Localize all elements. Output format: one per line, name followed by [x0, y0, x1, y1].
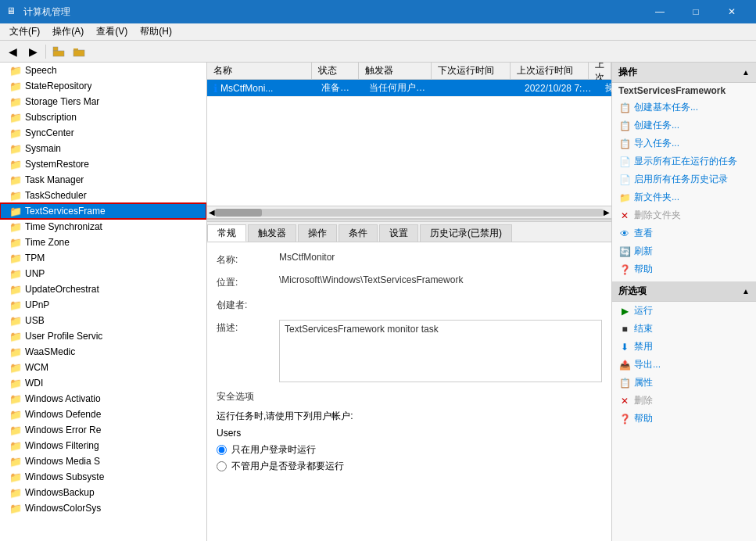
title-bar: 🖥 计算机管理 — □ ✕ — [0, 0, 756, 23]
action-help-main[interactable]: ❓ 帮助 — [612, 260, 756, 278]
actions-collapse-btn[interactable]: ▲ — [742, 68, 750, 77]
forward-button[interactable]: ▶ — [23, 43, 42, 60]
tab-triggers[interactable]: 触发器 — [248, 224, 296, 242]
tree-item-windowsbackup[interactable]: 📁 WindowsBackup — [0, 485, 206, 500]
help-sub-icon: ❓ — [618, 413, 631, 425]
radio-always[interactable] — [217, 461, 227, 471]
view-icon: 👁 — [618, 228, 631, 240]
col-last-run[interactable]: 上次运行时间 — [511, 63, 589, 79]
folder-icon: 📁 — [9, 96, 22, 108]
tree-item-windowserror[interactable]: 📁 Windows Error Re — [0, 422, 206, 438]
location-value: \Microsoft\Windows\TextServicesFramework — [279, 274, 602, 285]
help-main-icon: ❓ — [618, 263, 631, 276]
show-running-icon: 📄 — [618, 156, 631, 168]
tree-item-windowsdefender[interactable]: 📁 Windows Defende — [0, 407, 206, 422]
action-delete-folder[interactable]: ✕ 删除文件夹 — [612, 206, 756, 224]
menu-help[interactable]: 帮助(H) — [134, 23, 178, 40]
svg-rect-1 — [53, 51, 64, 56]
folder-icon: 📁 — [9, 206, 22, 217]
tree-item-wcm[interactable]: 📁 WCM — [0, 360, 206, 375]
task-row[interactable]: ℹ MsCtfMoni... 准备就绪 当任何用户登录时 2022/10/28 … — [207, 80, 611, 97]
close-button[interactable]: ✕ — [714, 0, 750, 23]
action-view[interactable]: 👁 查看 — [612, 224, 756, 242]
tab-general[interactable]: 常规 — [207, 224, 246, 242]
action-import-task[interactable]: 📋 导入任务... — [612, 134, 756, 152]
task-last-result-cell: 操作成 — [599, 80, 611, 96]
actions-header: 操作 ▲ — [612, 63, 756, 83]
col-status[interactable]: 状态 — [312, 63, 359, 79]
tree-item-windowssubsystem[interactable]: 📁 Windows Subsyste — [0, 469, 206, 485]
action-run[interactable]: ▶ 运行 — [612, 302, 756, 320]
col-next-run[interactable]: 下次运行时间 — [432, 63, 510, 79]
col-name[interactable]: 名称 — [207, 63, 312, 79]
action-create-task[interactable]: 📋 创建任务... — [612, 116, 756, 134]
tab-history[interactable]: 历史记录(已禁用) — [420, 224, 512, 242]
action-show-running[interactable]: 📄 显示所有正在运行的任务 — [612, 152, 756, 170]
svg-rect-3 — [73, 50, 84, 56]
tree-item-staterepository[interactable]: 📁 StateRepository — [0, 78, 206, 94]
action-create-basic[interactable]: 📋 创建基本任务... — [612, 99, 756, 116]
tree-item-speech[interactable]: 📁 Speech — [0, 63, 206, 78]
tree-item-updateorchestrat[interactable]: 📁 UpdateOrchestrat — [0, 281, 206, 297]
back-button[interactable]: ◀ — [3, 43, 22, 60]
tasks-body: ℹ MsCtfMoni... 准备就绪 当任何用户登录时 2022/10/28 … — [207, 80, 611, 206]
tree-item-timezone[interactable]: 📁 Time Zone — [0, 235, 206, 250]
action-refresh[interactable]: 🔄 刷新 — [612, 242, 756, 260]
action-new-folder[interactable]: 📁 新文件夹... — [612, 188, 756, 206]
tree-item-tpm[interactable]: 📁 TPM — [0, 250, 206, 266]
scroll-right-btn[interactable]: ▶ — [604, 208, 610, 217]
tree-item-timesync[interactable]: 📁 Time Synchronizat — [0, 219, 206, 235]
tree-item-windowsmedia[interactable]: 📁 Windows Media S — [0, 453, 206, 469]
scroll-thumb[interactable] — [215, 209, 262, 217]
tree-item-subscription[interactable]: 📁 Subscription — [0, 109, 206, 125]
tree-item-synccenter[interactable]: 📁 SyncCenter — [0, 125, 206, 141]
action-enable-history[interactable]: 📄 启用所有任务历史记录 — [612, 170, 756, 188]
col-trigger[interactable]: 触发器 — [359, 63, 432, 79]
tree-item-usb[interactable]: 📁 USB — [0, 313, 206, 328]
action-disable[interactable]: ⬇ 禁用 — [612, 338, 756, 356]
folder-icon: 📁 — [9, 81, 22, 92]
tree-item-unp[interactable]: 📁 UNP — [0, 266, 206, 281]
action-export[interactable]: 📤 导出... — [612, 356, 756, 374]
action-properties[interactable]: 📋 属性 — [612, 374, 756, 392]
tree-item-waasmedic[interactable]: 📁 WaaSMedic — [0, 344, 206, 360]
tree-item-wdi[interactable]: 📁 WDI — [0, 375, 206, 391]
folder-button[interactable] — [70, 43, 88, 60]
sub-collapse-btn[interactable]: ▲ — [742, 287, 750, 296]
tree-item-upnp[interactable]: 📁 UPnP — [0, 297, 206, 313]
up-button[interactable] — [49, 43, 68, 60]
action-end[interactable]: ■ 结束 — [612, 320, 756, 338]
col-last-result[interactable]: 上次 — [589, 63, 611, 79]
tree-item-windowscolorsys[interactable]: 📁 WindowsColorSys — [0, 500, 206, 516]
horizontal-scrollbar[interactable]: ◀ ▶ — [207, 206, 611, 218]
tree-item-taskscheduler[interactable]: 📁 TaskScheduler — [0, 188, 206, 203]
menu-view[interactable]: 查看(V) — [90, 23, 134, 40]
radio-option-2[interactable]: 不管用户是否登录都要运行 — [217, 460, 602, 473]
maximize-button[interactable]: □ — [678, 0, 714, 23]
tree-item-storagetiers[interactable]: 📁 Storage Tiers Mar — [0, 94, 206, 109]
action-help-sub[interactable]: ❓ 帮助 — [612, 410, 756, 428]
tree-item-sysmain[interactable]: 📁 Sysmain — [0, 141, 206, 156]
menu-action[interactable]: 操作(A) — [46, 23, 90, 40]
tree-item-textservices[interactable]: 📁 TextServicesFrame — [0, 203, 206, 219]
minimize-button[interactable]: — — [642, 0, 678, 23]
tree-item-windowsactivation[interactable]: 📁 Windows Activatio — [0, 391, 206, 407]
tree-item-windowsfiltering[interactable]: 📁 Windows Filtering — [0, 438, 206, 453]
security-section: 安全选项 运行任务时,请使用下列用户帐户: Users 只在用户登录时运行 不管… — [217, 390, 602, 473]
action-delete[interactable]: ✕ 删除 — [612, 392, 756, 410]
radio-option-1[interactable]: 只在用户登录时运行 — [217, 443, 602, 457]
scroll-track[interactable] — [215, 209, 604, 217]
tree-item-userprofile[interactable]: 📁 User Profile Servic — [0, 328, 206, 344]
detail-content: 名称: MsCtfMonitor 位置: \Microsoft\Windows\… — [207, 242, 611, 541]
folder-icon: 📁 — [9, 456, 22, 468]
tab-conditions[interactable]: 条件 — [339, 224, 378, 242]
security-user-value: Users — [217, 428, 602, 439]
scroll-left-btn[interactable]: ◀ — [209, 208, 215, 217]
folder-icon: 📁 — [9, 346, 22, 358]
radio-when-logged-in[interactable] — [217, 445, 227, 455]
tree-item-systemrestore[interactable]: 📁 SystemRestore — [0, 156, 206, 172]
tab-settings[interactable]: 设置 — [379, 224, 418, 242]
menu-file[interactable]: 文件(F) — [3, 23, 46, 40]
tree-item-taskmanager[interactable]: 📁 Task Manager — [0, 172, 206, 188]
tab-actions[interactable]: 操作 — [298, 224, 337, 242]
